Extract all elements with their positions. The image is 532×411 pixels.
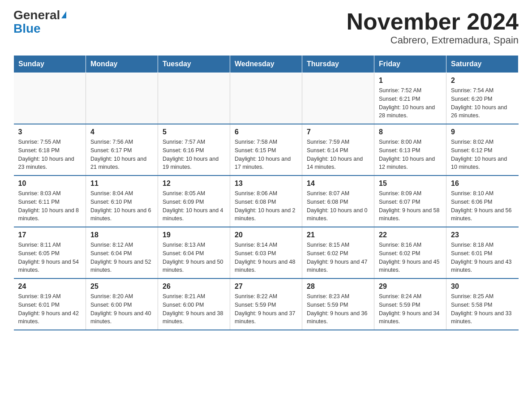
calendar-cell: 14Sunrise: 8:07 AMSunset: 6:08 PMDayligh… bbox=[302, 176, 374, 227]
weekday-header-sunday: Sunday bbox=[14, 56, 86, 73]
day-number: 28 bbox=[307, 283, 369, 291]
calendar-cell: 17Sunrise: 8:11 AMSunset: 6:05 PMDayligh… bbox=[14, 227, 86, 278]
calendar-cell: 24Sunrise: 8:19 AMSunset: 6:01 PMDayligh… bbox=[14, 278, 86, 330]
calendar-cell: 6Sunrise: 7:58 AMSunset: 6:15 PMDaylight… bbox=[230, 124, 302, 176]
day-info: Sunrise: 8:09 AMSunset: 6:07 PMDaylight:… bbox=[379, 189, 442, 223]
day-info: Sunrise: 8:20 AMSunset: 6:00 PMDaylight:… bbox=[90, 292, 153, 326]
calendar-cell: 13Sunrise: 8:06 AMSunset: 6:08 PMDayligh… bbox=[230, 176, 302, 227]
day-number: 27 bbox=[235, 283, 297, 291]
day-info: Sunrise: 8:16 AMSunset: 6:02 PMDaylight:… bbox=[379, 241, 442, 274]
day-info: Sunrise: 8:05 AMSunset: 6:09 PMDaylight:… bbox=[163, 189, 225, 223]
week-row-2: 3Sunrise: 7:55 AMSunset: 6:18 PMDaylight… bbox=[14, 124, 519, 176]
day-number: 24 bbox=[18, 283, 82, 291]
calendar-cell bbox=[158, 73, 230, 124]
calendar-cell: 26Sunrise: 8:21 AMSunset: 6:00 PMDayligh… bbox=[158, 278, 230, 330]
calendar-cell: 12Sunrise: 8:05 AMSunset: 6:09 PMDayligh… bbox=[158, 176, 230, 227]
week-row-5: 24Sunrise: 8:19 AMSunset: 6:01 PMDayligh… bbox=[14, 278, 519, 330]
calendar-cell: 19Sunrise: 8:13 AMSunset: 6:04 PMDayligh… bbox=[158, 227, 230, 278]
day-info: Sunrise: 8:24 AMSunset: 5:59 PMDaylight:… bbox=[379, 292, 442, 326]
calendar-cell: 15Sunrise: 8:09 AMSunset: 6:07 PMDayligh… bbox=[374, 176, 446, 227]
calendar-cell: 10Sunrise: 8:03 AMSunset: 6:11 PMDayligh… bbox=[14, 176, 86, 227]
day-number: 5 bbox=[163, 128, 225, 136]
day-number: 1 bbox=[379, 77, 442, 85]
week-row-3: 10Sunrise: 8:03 AMSunset: 6:11 PMDayligh… bbox=[14, 176, 519, 227]
calendar-cell: 2Sunrise: 7:54 AMSunset: 6:20 PMDaylight… bbox=[446, 73, 519, 124]
calendar-cell bbox=[86, 73, 158, 124]
day-info: Sunrise: 8:00 AMSunset: 6:13 PMDaylight:… bbox=[379, 138, 442, 171]
logo-blue: Blue bbox=[13, 22, 41, 35]
day-info: Sunrise: 8:19 AMSunset: 6:01 PMDaylight:… bbox=[18, 292, 82, 326]
day-info: Sunrise: 8:04 AMSunset: 6:10 PMDaylight:… bbox=[90, 189, 153, 223]
day-info: Sunrise: 7:52 AMSunset: 6:21 PMDaylight:… bbox=[379, 86, 442, 120]
calendar-subtitle: Cabrero, Extremadura, Spain bbox=[347, 34, 519, 46]
day-number: 8 bbox=[379, 128, 442, 136]
day-info: Sunrise: 8:11 AMSunset: 6:05 PMDaylight:… bbox=[18, 241, 82, 274]
day-info: Sunrise: 7:59 AMSunset: 6:14 PMDaylight:… bbox=[307, 138, 369, 171]
day-number: 9 bbox=[451, 128, 514, 136]
calendar-cell bbox=[14, 73, 86, 124]
day-info: Sunrise: 8:21 AMSunset: 6:00 PMDaylight:… bbox=[163, 292, 225, 326]
calendar-cell: 20Sunrise: 8:14 AMSunset: 6:03 PMDayligh… bbox=[230, 227, 302, 278]
calendar-cell: 29Sunrise: 8:24 AMSunset: 5:59 PMDayligh… bbox=[374, 278, 446, 330]
day-info: Sunrise: 8:03 AMSunset: 6:11 PMDaylight:… bbox=[18, 189, 82, 223]
calendar-cell: 5Sunrise: 7:57 AMSunset: 6:16 PMDaylight… bbox=[158, 124, 230, 176]
day-info: Sunrise: 8:23 AMSunset: 5:59 PMDaylight:… bbox=[307, 292, 369, 326]
day-info: Sunrise: 8:07 AMSunset: 6:08 PMDaylight:… bbox=[307, 189, 369, 223]
day-info: Sunrise: 7:54 AMSunset: 6:20 PMDaylight:… bbox=[451, 86, 514, 120]
calendar-cell: 23Sunrise: 8:18 AMSunset: 6:01 PMDayligh… bbox=[446, 227, 519, 278]
day-number: 16 bbox=[451, 180, 514, 188]
weekday-header-friday: Friday bbox=[374, 56, 446, 73]
day-info: Sunrise: 7:57 AMSunset: 6:16 PMDaylight:… bbox=[163, 138, 225, 171]
calendar-cell: 11Sunrise: 8:04 AMSunset: 6:10 PMDayligh… bbox=[86, 176, 158, 227]
title-block: November 2024 Cabrero, Extremadura, Spai… bbox=[347, 9, 519, 46]
day-info: Sunrise: 8:14 AMSunset: 6:03 PMDaylight:… bbox=[235, 241, 297, 274]
day-number: 13 bbox=[235, 180, 297, 188]
calendar-cell: 18Sunrise: 8:12 AMSunset: 6:04 PMDayligh… bbox=[86, 227, 158, 278]
calendar-cell: 1Sunrise: 7:52 AMSunset: 6:21 PMDaylight… bbox=[374, 73, 446, 124]
day-number: 7 bbox=[307, 128, 369, 136]
day-number: 19 bbox=[163, 231, 225, 239]
weekday-row: SundayMondayTuesdayWednesdayThursdayFrid… bbox=[14, 56, 519, 73]
calendar-cell: 3Sunrise: 7:55 AMSunset: 6:18 PMDaylight… bbox=[14, 124, 86, 176]
week-row-1: 1Sunrise: 7:52 AMSunset: 6:21 PMDaylight… bbox=[14, 73, 519, 124]
day-number: 29 bbox=[379, 283, 442, 291]
calendar-cell: 30Sunrise: 8:25 AMSunset: 5:58 PMDayligh… bbox=[446, 278, 519, 330]
calendar-cell: 4Sunrise: 7:56 AMSunset: 6:17 PMDaylight… bbox=[86, 124, 158, 176]
day-number: 18 bbox=[90, 231, 153, 239]
day-info: Sunrise: 8:25 AMSunset: 5:58 PMDaylight:… bbox=[451, 292, 514, 326]
calendar-title: November 2024 bbox=[347, 9, 519, 34]
calendar-cell: 9Sunrise: 8:02 AMSunset: 6:12 PMDaylight… bbox=[446, 124, 519, 176]
day-number: 25 bbox=[90, 283, 153, 291]
day-info: Sunrise: 8:02 AMSunset: 6:12 PMDaylight:… bbox=[451, 138, 514, 171]
weekday-header-saturday: Saturday bbox=[446, 56, 519, 73]
weekday-header-wednesday: Wednesday bbox=[230, 56, 302, 73]
day-number: 4 bbox=[90, 128, 153, 136]
day-info: Sunrise: 7:56 AMSunset: 6:17 PMDaylight:… bbox=[90, 138, 153, 171]
day-info: Sunrise: 8:12 AMSunset: 6:04 PMDaylight:… bbox=[90, 241, 153, 274]
day-number: 10 bbox=[18, 180, 82, 188]
page-header: General Blue November 2024 Cabrero, Extr… bbox=[13, 9, 519, 46]
day-number: 6 bbox=[235, 128, 297, 136]
weekday-header-monday: Monday bbox=[86, 56, 158, 73]
calendar-table: SundayMondayTuesdayWednesdayThursdayFrid… bbox=[13, 55, 519, 330]
day-info: Sunrise: 8:22 AMSunset: 5:59 PMDaylight:… bbox=[235, 292, 297, 326]
day-info: Sunrise: 8:13 AMSunset: 6:04 PMDaylight:… bbox=[163, 241, 225, 274]
calendar-cell: 27Sunrise: 8:22 AMSunset: 5:59 PMDayligh… bbox=[230, 278, 302, 330]
calendar-cell: 8Sunrise: 8:00 AMSunset: 6:13 PMDaylight… bbox=[374, 124, 446, 176]
day-number: 14 bbox=[307, 180, 369, 188]
calendar-cell bbox=[302, 73, 374, 124]
weekday-header-thursday: Thursday bbox=[302, 56, 374, 73]
logo-general: General bbox=[13, 9, 60, 21]
day-number: 17 bbox=[18, 231, 82, 239]
day-number: 3 bbox=[18, 128, 82, 136]
day-number: 23 bbox=[451, 231, 514, 239]
day-number: 20 bbox=[235, 231, 297, 239]
day-number: 21 bbox=[307, 231, 369, 239]
calendar-cell: 22Sunrise: 8:16 AMSunset: 6:02 PMDayligh… bbox=[374, 227, 446, 278]
calendar-body: 1Sunrise: 7:52 AMSunset: 6:21 PMDaylight… bbox=[14, 73, 519, 330]
calendar-cell: 7Sunrise: 7:59 AMSunset: 6:14 PMDaylight… bbox=[302, 124, 374, 176]
calendar-cell: 28Sunrise: 8:23 AMSunset: 5:59 PMDayligh… bbox=[302, 278, 374, 330]
day-number: 22 bbox=[379, 231, 442, 239]
calendar-cell: 25Sunrise: 8:20 AMSunset: 6:00 PMDayligh… bbox=[86, 278, 158, 330]
logo: General Blue bbox=[13, 9, 66, 35]
